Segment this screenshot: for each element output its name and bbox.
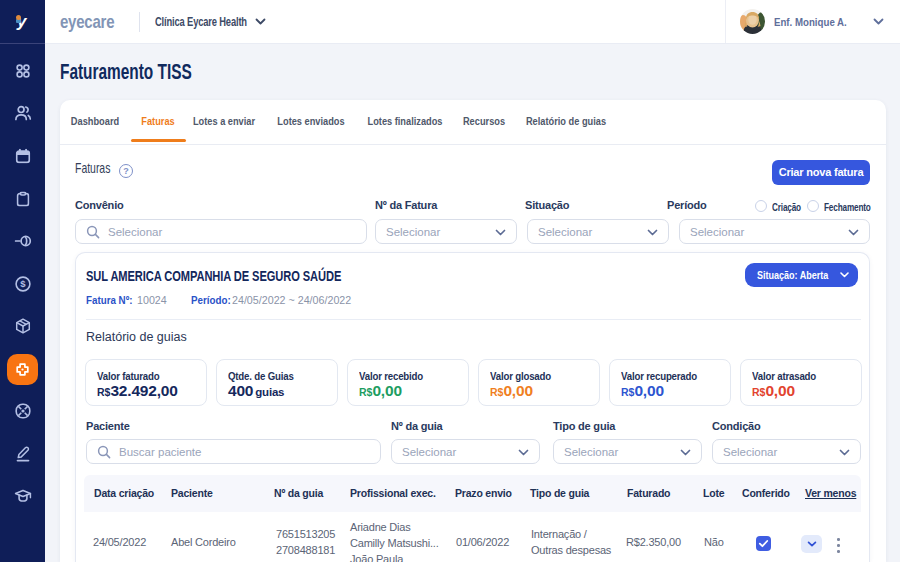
svg-text:$: $ bbox=[20, 278, 26, 289]
